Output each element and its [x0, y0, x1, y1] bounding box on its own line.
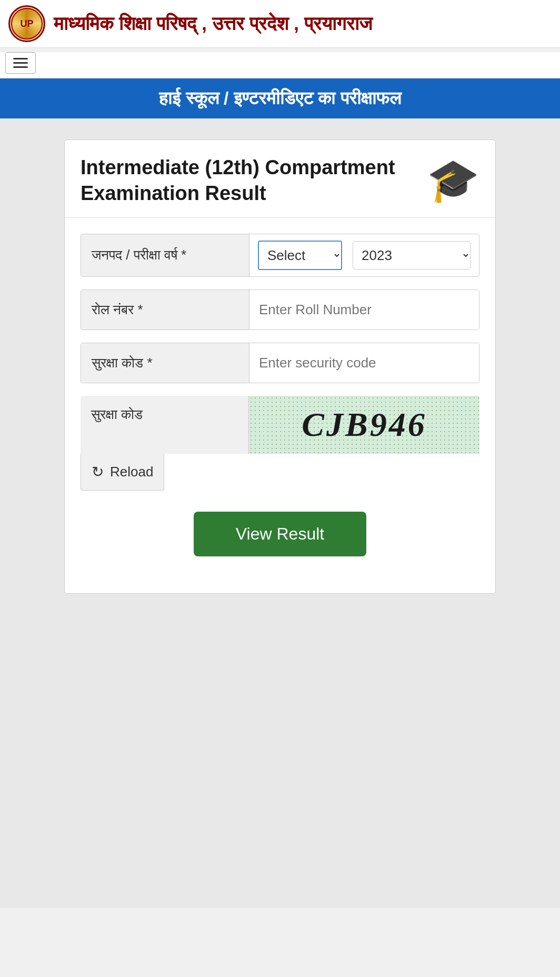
captcha-image-box: CJB946 [249, 396, 479, 454]
captcha-label: सुरक्षा कोड [81, 396, 249, 454]
hamburger-button[interactable] [5, 52, 36, 74]
view-result-wrapper: View Result [81, 512, 479, 577]
form-card: Intermediate (12th) Compartment Examinat… [64, 139, 496, 594]
district-label: जनपद / परीक्षा वर्ष * [81, 234, 249, 276]
security-code-input-wrapper [249, 343, 479, 383]
hamburger-bar [0, 52, 560, 78]
security-code-row: सुरक्षा कोड * [81, 343, 479, 383]
security-code-input[interactable] [249, 343, 479, 383]
district-year-row: जनपद / परीक्षा वर्ष * Select Agra Luckno… [81, 234, 479, 277]
roll-number-row: रोल नंबर * [81, 290, 479, 330]
logo-inner: UP [11, 8, 43, 39]
logo-text: UP [20, 18, 33, 29]
reload-icon: ↻ [92, 463, 104, 481]
hamburger-line-1 [13, 58, 28, 59]
captcha-section: सुरक्षा कोड CJB946 ↻ Reload [81, 396, 479, 491]
main-content: Intermediate (12th) Compartment Examinat… [0, 118, 560, 908]
hamburger-line-3 [13, 66, 28, 68]
graduation-cap-icon: 🎓 [427, 159, 479, 202]
blue-banner: हाई स्कूल / इण्टरमीडिएट का परीक्षाफल [0, 78, 560, 118]
reload-button[interactable]: ↻ Reload [81, 454, 164, 491]
header: UP माध्यमिक शिक्षा परिषद् , उत्तर प्रदेश… [0, 0, 560, 48]
card-title: Intermediate (12th) Compartment Examinat… [81, 155, 427, 207]
logo: UP [8, 5, 45, 42]
captcha-text: CJB946 [302, 405, 426, 444]
card-header: Intermediate (12th) Compartment Examinat… [65, 140, 495, 218]
roll-number-input-wrapper [249, 290, 479, 330]
reload-label: Reload [110, 464, 153, 480]
roll-number-input[interactable] [249, 290, 479, 330]
year-select[interactable]: 2023 2022 2021 2020 [353, 241, 471, 270]
view-result-button[interactable]: View Result [194, 512, 366, 556]
security-code-label: सुरक्षा कोड * [81, 343, 249, 383]
hamburger-line-2 [13, 62, 28, 64]
district-select[interactable]: Select Agra Lucknow Prayagraj Kanpur [258, 241, 342, 270]
banner-text: हाई स्कूल / इण्टरमीडिएट का परीक्षाफल [159, 88, 401, 108]
form-body: जनपद / परीक्षा वर्ष * Select Agra Luckno… [65, 218, 495, 593]
header-title: माध्यमिक शिक्षा परिषद् , उत्तर प्रदेश , … [54, 13, 372, 35]
captcha-top-row: सुरक्षा कोड CJB946 [81, 396, 479, 454]
view-result-label: View Result [236, 524, 324, 543]
select-row-inner: Select Agra Lucknow Prayagraj Kanpur 202… [249, 234, 479, 276]
roll-number-label: रोल नंबर * [81, 290, 249, 330]
